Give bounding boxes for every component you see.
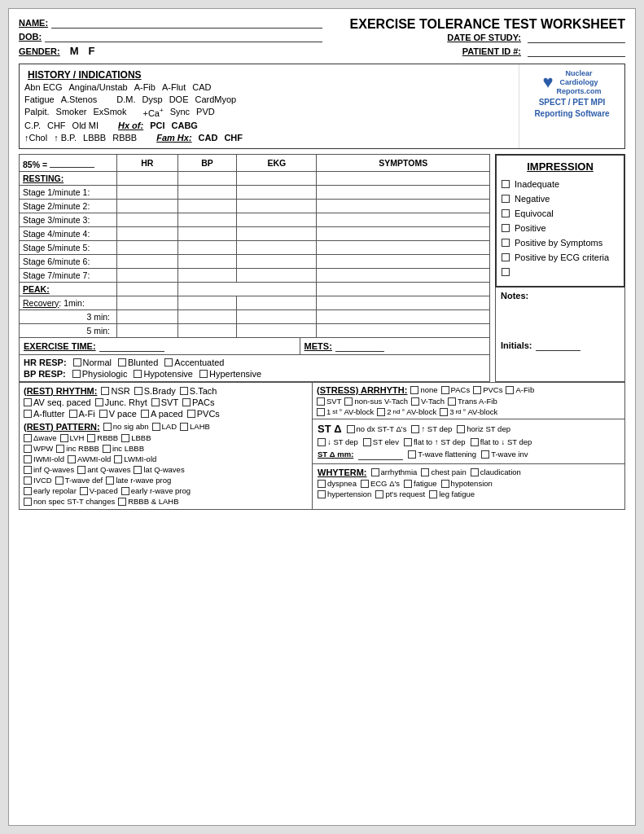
stage6-ekg[interactable]: [237, 254, 317, 268]
rhythm-aflutter[interactable]: A-flutter: [24, 409, 65, 419]
stage5-bp[interactable]: [177, 240, 237, 254]
rhythm-afi[interactable]: A-Fi: [69, 409, 95, 419]
stage1-symptoms[interactable]: [317, 185, 490, 199]
stage1-ekg[interactable]: [237, 185, 317, 199]
resting-bp[interactable]: [177, 171, 237, 185]
recovery-1min-ekg[interactable]: [237, 296, 317, 309]
recovery-1min-symptoms[interactable]: [317, 296, 490, 309]
impression-positive[interactable]: Positive: [502, 223, 619, 233]
stage2-ekg[interactable]: [237, 199, 317, 213]
stage4-hr[interactable]: [117, 226, 178, 240]
mets-input[interactable]: [335, 340, 384, 352]
rhythm-pvcs[interactable]: PVCs: [187, 409, 220, 419]
recovery-1min-hr[interactable]: [117, 296, 178, 309]
rhythm-avseq[interactable]: AV seq. paced: [24, 397, 91, 407]
resting-hr[interactable]: [117, 171, 178, 185]
stage7-bp[interactable]: [177, 268, 237, 282]
hr-resp-normal[interactable]: Normal: [73, 358, 112, 367]
cb-stach[interactable]: [180, 387, 188, 395]
rhythm-junc[interactable]: Junc. Rhyt: [95, 397, 147, 407]
recovery-3min-symptoms[interactable]: [317, 309, 490, 323]
checkbox-blank[interactable]: [502, 268, 510, 276]
recovery-3min-bp[interactable]: [177, 309, 237, 323]
bp-resp-physiologic[interactable]: Physiologic: [72, 369, 128, 379]
gender-m[interactable]: M: [70, 45, 79, 57]
stage7-symptoms[interactable]: [317, 268, 490, 282]
cb-vpace[interactable]: [99, 410, 107, 418]
stage4-bp[interactable]: [177, 226, 237, 240]
checkbox-negative[interactable]: [502, 195, 510, 203]
impression-negative[interactable]: Negative: [502, 194, 619, 204]
stage5-symptoms[interactable]: [317, 240, 490, 254]
checkbox-bp-hypertensive[interactable]: [199, 370, 208, 378]
checkbox-bp-hypotensive[interactable]: [134, 370, 142, 378]
impression-positive-ecg[interactable]: Positive by ECG criteria: [502, 252, 619, 262]
recovery-5min-hr[interactable]: [117, 323, 178, 337]
checkbox-positive[interactable]: [502, 224, 510, 232]
gender-f[interactable]: F: [89, 45, 95, 57]
cb-afi[interactable]: [69, 410, 77, 418]
stage2-symptoms[interactable]: [317, 199, 490, 213]
resting-ekg[interactable]: [237, 171, 317, 185]
exercise-time-input[interactable]: [99, 340, 164, 352]
stage4-ekg[interactable]: [237, 226, 317, 240]
initials-input[interactable]: [536, 340, 580, 351]
recovery-3min-hr[interactable]: [117, 309, 178, 323]
impression-equivocal[interactable]: Equivocal: [502, 208, 619, 218]
bp-resp-hypotensive[interactable]: Hypotensive: [134, 369, 193, 379]
hr-resp-blunted[interactable]: Blunted: [118, 358, 158, 367]
checkbox-positive-symptoms[interactable]: [502, 239, 510, 247]
notes-content[interactable]: [501, 301, 620, 333]
stage5-hr[interactable]: [117, 240, 178, 254]
recovery-3min-ekg[interactable]: [237, 309, 317, 323]
checkbox-equivocal[interactable]: [502, 209, 510, 217]
rhythm-svt[interactable]: SVT: [151, 397, 178, 407]
resting-symptoms[interactable]: [317, 171, 490, 185]
st-mm-input[interactable]: [358, 449, 403, 460]
percent-input[interactable]: [50, 156, 94, 168]
stage2-hr[interactable]: [117, 199, 178, 213]
cb-junc[interactable]: [95, 398, 103, 406]
stage4-symptoms[interactable]: [317, 226, 490, 240]
cb-apaced[interactable]: [141, 410, 149, 418]
rhythm-nsr[interactable]: NSR: [101, 386, 129, 396]
rhythm-stach[interactable]: S.Tach: [180, 386, 217, 396]
checkbox-bp-physiologic[interactable]: [72, 370, 81, 378]
stage6-hr[interactable]: [117, 254, 178, 268]
stage2-bp[interactable]: [177, 199, 237, 213]
hr-resp-accentuated[interactable]: Accentuated: [164, 358, 224, 367]
peak-hr[interactable]: [117, 282, 178, 296]
recovery-5min-ekg[interactable]: [237, 323, 317, 337]
impression-inadequate[interactable]: Inadequate: [502, 179, 619, 189]
stage5-ekg[interactable]: [237, 240, 317, 254]
cb-svt[interactable]: [151, 398, 160, 406]
cb-pvcs[interactable]: [187, 410, 195, 418]
bp-resp-hypertensive[interactable]: Hypertensive: [199, 369, 261, 379]
stage3-bp[interactable]: [177, 213, 237, 226]
cb-aflutter[interactable]: [24, 410, 32, 418]
rhythm-sbrady[interactable]: S.Brady: [134, 386, 176, 396]
checkbox-hr-accentuated[interactable]: [164, 358, 173, 367]
recovery-1min-bp[interactable]: [177, 296, 237, 309]
impression-blank[interactable]: [502, 267, 619, 276]
cb-nsr[interactable]: [101, 387, 109, 395]
peak-symptoms[interactable]: [317, 282, 490, 296]
checkbox-positive-ecg[interactable]: [502, 253, 510, 261]
recovery-5min-bp[interactable]: [177, 323, 237, 337]
impression-positive-symptoms[interactable]: Positive by Symptoms: [502, 238, 619, 248]
stage3-ekg[interactable]: [237, 213, 317, 226]
stage6-symptoms[interactable]: [317, 254, 490, 268]
cb-sbrady[interactable]: [134, 387, 142, 395]
patient-id-input[interactable]: [528, 46, 625, 57]
stage1-hr[interactable]: [117, 185, 178, 199]
name-input[interactable]: [51, 17, 322, 29]
stage3-symptoms[interactable]: [317, 213, 490, 226]
cb-pacs[interactable]: [182, 398, 191, 406]
cb-avseq[interactable]: [24, 398, 32, 406]
rhythm-apaced[interactable]: A paced: [141, 409, 183, 419]
stage1-bp[interactable]: [177, 185, 237, 199]
dob-input[interactable]: [45, 31, 322, 42]
rhythm-vpace[interactable]: V pace: [99, 409, 137, 419]
date-study-input[interactable]: [528, 32, 625, 43]
stage7-hr[interactable]: [117, 268, 178, 282]
